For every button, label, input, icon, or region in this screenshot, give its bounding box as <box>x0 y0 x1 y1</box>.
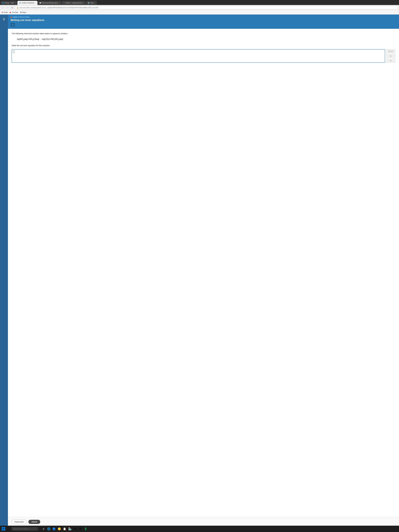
browser-content: ☰ SIMPLE REACTIONS Writing net ionic equ… <box>0 14 399 527</box>
url-text: www-awn.aleks.com/alekscgi/x/lsl.exe/1o_… <box>19 7 98 8</box>
taskbar-chrome-icon[interactable]: 🔵 <box>52 527 56 531</box>
bookmark-gmail[interactable]: M Gmail <box>2 11 8 13</box>
taskbar-search-icon: ○ <box>6 527 11 531</box>
bookmark-youtube[interactable]: ▶ YouTube <box>10 11 18 13</box>
youtube-icon: ▶ <box>10 11 11 13</box>
tab-files-close[interactable]: × <box>95 2 95 4</box>
reload-button[interactable]: ↻ <box>11 6 14 9</box>
tab-aleks-main-label: ALEKS - Lindsay Brooks <box>65 2 82 4</box>
arrow-eq-icon: □→□ <box>389 50 393 52</box>
answer-input-box[interactable] <box>12 49 385 63</box>
aleks-title: Writing net ionic equations <box>11 19 396 22</box>
section-label-text: SIMPLE REACTIONS <box>13 16 30 18</box>
taskbar-mail-icon[interactable]: ✉ <box>73 527 77 531</box>
tab-wings[interactable]: 🌐 Wings - UNF × <box>0 1 17 5</box>
maps-icon: 🗺 <box>20 12 22 13</box>
section-label: SIMPLE REACTIONS <box>11 16 396 18</box>
symbol-panel: □→□ □ × <box>386 49 395 63</box>
tab-aleks-main-close[interactable]: × <box>83 2 84 4</box>
browser-chrome: 🌐 Wings - UNF × ⚙️ ALEKs Chemistry × 📖 M… <box>0 0 399 14</box>
address-bar[interactable]: 🔒 www-awn.aleks.com/alekscgi/x/lsl.exe/1… <box>15 6 398 9</box>
tab-wings-icon: 🌐 <box>2 2 4 4</box>
taskbar-folder-icon[interactable]: 📋 <box>62 527 67 531</box>
taskbar-multitasking-icon[interactable]: ⊞ <box>41 527 45 531</box>
square-button[interactable]: □ <box>386 54 395 58</box>
address-bar-row: ← → ↻ 🔒 www-awn.aleks.com/alekscgi/x/lsl… <box>0 5 399 10</box>
section-dot <box>11 17 12 18</box>
tab-aleks-close[interactable]: × <box>35 2 36 4</box>
chevron-down-button[interactable]: ∨ <box>11 23 15 27</box>
aleks-header: SIMPLE REACTIONS Writing net ionic equat… <box>8 14 399 29</box>
gmail-icon: M <box>2 11 3 13</box>
forward-button[interactable]: → <box>6 6 10 9</box>
taskbar-chrome2-icon[interactable]: 🟡 <box>57 527 61 531</box>
tab-wings-close[interactable]: × <box>15 2 16 4</box>
arrow-equation-button[interactable]: □→□ <box>386 49 395 53</box>
tabs-row: 🌐 Wings - UNF × ⚙️ ALEKs Chemistry × 📖 M… <box>0 0 399 5</box>
delete-button[interactable]: × <box>386 59 395 63</box>
square-icon: □ <box>390 55 391 57</box>
explanation-button[interactable]: Explanation <box>12 519 27 524</box>
tab-aleks-label: ALEKs Chemistry <box>22 2 34 4</box>
tab-mcgraw-close[interactable]: × <box>59 2 60 4</box>
answer-area-container: □→□ □ × <box>12 49 395 63</box>
bottom-actions: Explanation Check <box>8 517 399 527</box>
problem-description: The following chemical reaction takes pl… <box>12 32 395 35</box>
instruction-text: Write the net ionic equation for this re… <box>12 44 50 47</box>
check-button[interactable]: Check <box>28 520 40 524</box>
write-instruction: Write the net ionic equation for this re… <box>12 44 395 47</box>
lock-icon: 🔒 <box>17 7 19 9</box>
maps-label: Maps <box>22 12 26 13</box>
taskbar: ○ ⊞ 🌐 🔵 🟡 📋 🏪 ✉ ❖ 💲 <box>0 526 399 532</box>
aleks-sidebar: ☰ <box>0 14 8 527</box>
x-icon: × <box>390 60 391 62</box>
taskbar-search-input[interactable] <box>12 527 38 531</box>
tab-files[interactable]: ⚙️ Files × <box>86 1 97 5</box>
aleks-main-content: SIMPLE REACTIONS Writing net ionic equat… <box>8 14 399 527</box>
tab-wings-label: Wings - UNF <box>5 2 14 4</box>
tab-aleks-icon: ⚙️ <box>19 2 21 4</box>
taskbar-store-icon[interactable]: 🏪 <box>68 527 72 531</box>
windows-start-button[interactable] <box>2 527 5 531</box>
youtube-label: YouTube <box>12 12 18 13</box>
taskbar-dollar-icon[interactable]: 💲 <box>83 527 88 531</box>
back-button[interactable]: ← <box>1 6 5 9</box>
bookmarks-bar: M Gmail ▶ YouTube 🗺 Maps <box>0 10 399 14</box>
tab-mcgraw-label: McGraw-Hill Education <box>42 2 58 4</box>
answer-cursor <box>13 51 14 53</box>
problem-description-text: The following chemical reaction takes pl… <box>12 32 68 35</box>
taskbar-dropbox-icon[interactable]: ❖ <box>78 527 82 531</box>
chemical-equation: AgNO3(aq)+NH4Cl(aq) →AgCl(s)+NH4NO3(aq) <box>17 37 395 41</box>
gmail-label: Gmail <box>4 12 8 13</box>
tab-mcgraw[interactable]: 📖 McGraw-Hill Education × <box>38 1 61 5</box>
tab-files-label: Files <box>90 2 94 4</box>
tab-aleks-main-icon: A <box>63 2 64 4</box>
problem-body: The following chemical reaction takes pl… <box>8 29 399 517</box>
tab-aleks-main[interactable]: A ALEKS - Lindsay Brooks × <box>62 1 86 5</box>
taskbar-edge-icon[interactable]: 🌐 <box>47 527 51 531</box>
tab-aleks-chem[interactable]: ⚙️ ALEKs Chemistry × <box>17 1 37 5</box>
tab-mcgraw-icon: 📖 <box>39 2 41 4</box>
hamburger-menu[interactable]: ☰ <box>2 17 6 22</box>
tab-files-icon: ⚙️ <box>88 2 90 4</box>
bookmark-maps[interactable]: 🗺 Maps <box>20 12 26 13</box>
